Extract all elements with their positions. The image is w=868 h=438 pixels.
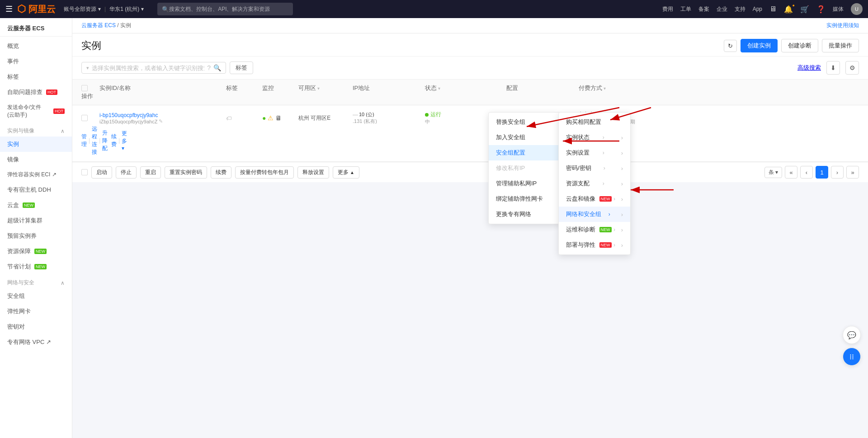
sidebar-item-image[interactable]: 镜像 — [0, 152, 72, 167]
download-icon-btn[interactable]: ⬇ — [826, 61, 840, 75]
sidebar-item-eci[interactable]: 弹性容器实例 ECI ↗ — [0, 167, 72, 182]
filter-input-wrapper[interactable]: ▾ ? 🔍 — [81, 62, 226, 74]
pagination-next[interactable]: › — [831, 166, 844, 179]
sidebar-item-overview[interactable]: 概览 — [0, 38, 72, 54]
action-more-btn[interactable]: 更多 ▾ — [122, 130, 127, 151]
sidebar-item-troubleshoot[interactable]: 自助问题排查 — [0, 85, 72, 100]
global-search[interactable]: 🔍 — [157, 3, 293, 15]
submenu-network-security[interactable]: 网络和安全组› — [559, 207, 630, 222]
pagination-next-next[interactable]: » — [846, 166, 859, 179]
breadcrumb-ecs[interactable]: 云服务器 ECS — [81, 22, 116, 28]
bell-icon[interactable]: 🔔● — [784, 5, 793, 14]
dropdown-join-security[interactable]: 加入安全组 — [489, 130, 560, 145]
filter-help-icon[interactable]: ? — [207, 64, 211, 71]
btn-more[interactable]: 更多 ▲ — [333, 166, 359, 179]
submenu-deploy-elastic[interactable]: 部署与弹性NEW› — [559, 237, 630, 253]
instance-notice-link[interactable]: 实例使用须知 — [826, 22, 859, 29]
tag-filter-button[interactable]: 标签 — [230, 61, 253, 74]
pagination-prev[interactable]: ‹ — [800, 166, 813, 179]
submenu-same-config[interactable]: 购买相同配置 — [559, 114, 630, 130]
btn-renew[interactable]: 续费 — [211, 166, 231, 179]
monitor-screen-icon[interactable]: 🖥 — [275, 114, 282, 122]
float-chat-icon[interactable]: 💬 — [843, 326, 861, 344]
help-icon[interactable]: ❓ — [816, 5, 826, 14]
btn-restart[interactable]: 重启 — [140, 166, 161, 179]
action-renew[interactable]: 续费 — [111, 133, 117, 148]
settings-icon-btn[interactable]: ⚙ — [845, 61, 859, 75]
create-diagnose-button[interactable]: 创建诊断 — [781, 39, 818, 52]
sidebar-section-network[interactable]: 网络与安全 ∧ — [0, 274, 72, 288]
btn-reset-password[interactable]: 重置实例密码 — [165, 166, 207, 179]
logo-area[interactable]: ⬡ 阿里云 — [17, 3, 56, 15]
submenu-password-key[interactable]: 密码/密钥› — [559, 160, 630, 176]
select-all-checkbox[interactable] — [81, 169, 88, 175]
action-manage[interactable]: 管理 — [81, 133, 87, 148]
refresh-button[interactable]: ↻ — [724, 40, 737, 52]
user-avatar[interactable]: U — [851, 3, 863, 15]
instance-id-link[interactable]: i-bp150uqocpfbycjy9ahc — [99, 112, 158, 118]
action-upgrade[interactable]: 升降配 — [102, 129, 108, 152]
sidebar-item-instance[interactable]: 实例 — [0, 137, 72, 152]
sidebar-item-security-group[interactable]: 安全组 — [0, 288, 72, 304]
tag-icon[interactable]: 🏷 — [226, 115, 231, 122]
row-tag[interactable]: 🏷 — [226, 115, 262, 122]
dropdown-bind-eni[interactable]: 绑定辅助弹性网卡 — [489, 191, 560, 207]
hamburger-icon[interactable]: ☰ — [5, 4, 13, 14]
col-status-label: 状态 — [425, 84, 437, 92]
btn-release[interactable]: 释放设置 — [297, 166, 329, 179]
search-input[interactable] — [169, 6, 288, 12]
submenu-instance-settings[interactable]: 实例设置› — [559, 145, 630, 160]
filter-search-icon[interactable]: 🔍 — [213, 64, 221, 71]
batch-operation-button[interactable]: 批量操作 — [822, 39, 859, 52]
action-remote[interactable]: 远程连接 — [92, 125, 97, 156]
sidebar-item-cloudbox[interactable]: 云盒 — [0, 198, 72, 213]
submenu-instance-status[interactable]: 实例状态› — [559, 130, 630, 145]
sidebar-item-supercompute[interactable]: 超级计算集群 — [0, 213, 72, 228]
advanced-search-link[interactable]: 高级搜索 — [797, 64, 821, 72]
dropdown-security-config[interactable]: 安全组配置 — [489, 145, 560, 160]
sidebar-item-reserved[interactable]: 预留实例券 — [0, 228, 72, 244]
submenu-ops-diagnose[interactable]: 运维和诊断NEW› — [559, 222, 630, 237]
pagination-per-page[interactable]: 条 ▾ — [764, 167, 782, 178]
submenu-resource[interactable]: 资源支配› — [559, 176, 630, 191]
cart-icon[interactable]: 🛒 — [800, 5, 809, 14]
sidebar-item-eni[interactable]: 弹性网卡 — [0, 304, 72, 319]
nav-item-beian[interactable]: 备案 — [698, 5, 709, 13]
nav-item-fees[interactable]: 费用 — [662, 5, 673, 13]
pagination-prev-prev[interactable]: « — [785, 166, 797, 179]
create-instance-button[interactable]: 创建实例 — [741, 39, 778, 52]
sidebar-section-instance[interactable]: 实例与镜像 ∧ — [0, 122, 72, 137]
pagination-page-1[interactable]: 1 — [816, 166, 828, 179]
btn-start[interactable]: 启动 — [91, 166, 112, 179]
nav-item-ticket[interactable]: 工单 — [680, 5, 691, 13]
float-dots-icon[interactable]: ⁞⁞ — [843, 348, 861, 366]
nav-item-support[interactable]: 支持 — [735, 5, 745, 13]
sidebar-item-keypair[interactable]: 密钥对 — [0, 319, 72, 334]
dropdown-replace-security[interactable]: 替换安全组 — [489, 114, 560, 130]
sidebar-item-ddh[interactable]: 专有宿主机 DDH — [0, 182, 72, 198]
breadcrumb-instance: 实例 — [120, 22, 131, 28]
table-col-pay[interactable]: 付费方式 ▾ — [579, 84, 669, 92]
nav-item-enterprise[interactable]: 企业 — [717, 5, 727, 13]
dropdown-change-vpc[interactable]: 更换专有网络 — [489, 207, 560, 222]
submenu-disk-image[interactable]: 云盘和镜像NEW› — [559, 191, 630, 207]
sidebar-item-assistant[interactable]: 发送命令/文件 (云助手) — [0, 100, 72, 122]
table-col-status[interactable]: 状态 ▾ — [425, 84, 506, 92]
dropdown-manage-secondary-ip[interactable]: 管理辅助私网IP — [489, 176, 560, 191]
sidebar-item-saving-plan[interactable]: 节省计划 — [0, 259, 72, 274]
btn-stop[interactable]: 停止 — [116, 166, 137, 179]
nav-item-app[interactable]: App — [753, 6, 762, 12]
table-col-checkbox[interactable] — [81, 85, 99, 91]
sidebar-item-tags[interactable]: 标签 — [0, 69, 72, 85]
btn-convert-pay[interactable]: 按量付费转包年包月 — [235, 166, 294, 179]
sidebar-item-vpc[interactable]: 专有网络 VPC ↗ — [0, 334, 72, 350]
sidebar-item-resource-assurance[interactable]: 资源保障 — [0, 244, 72, 259]
screen-icon[interactable]: 🖥 — [769, 5, 777, 13]
sidebar-item-events[interactable]: 事件 — [0, 54, 72, 69]
filter-input[interactable] — [92, 65, 204, 71]
table-col-zone[interactable]: 可用区 ▾ — [298, 84, 353, 92]
account-selector[interactable]: 账号全部资源 ▾ | 华东1 (杭州) ▾ — [64, 5, 144, 13]
media-label[interactable]: 媒体 — [833, 5, 844, 13]
edit-name-icon[interactable]: ✎ — [159, 118, 163, 124]
row-checkbox[interactable] — [81, 115, 99, 121]
